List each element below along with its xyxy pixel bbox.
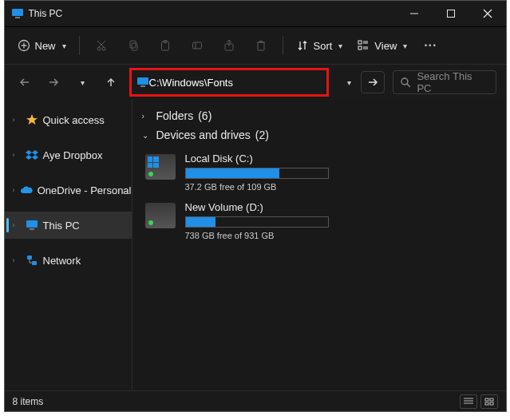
svg-rect-3	[447, 10, 454, 18]
svg-marker-37	[32, 155, 38, 160]
svg-marker-34	[26, 150, 32, 155]
search-placeholder: Search This PC	[417, 70, 488, 94]
drive-name: Local Disk (C:)	[185, 153, 346, 164]
dropbox-icon	[26, 149, 38, 161]
sidebar-label: OneDrive - Personal	[38, 184, 132, 196]
titlebar: This PC	[5, 1, 506, 26]
svg-rect-30	[140, 85, 145, 87]
svg-line-12	[99, 41, 105, 47]
sidebar-item-dropbox[interactable]: › Aye Dropbox	[5, 141, 132, 168]
share-button[interactable]	[215, 32, 243, 59]
svg-rect-1	[15, 17, 20, 18]
go-button[interactable]	[361, 71, 385, 93]
paste-button[interactable]	[152, 32, 179, 59]
new-button[interactable]: New ▾	[13, 32, 71, 59]
group-devices[interactable]: ⌄ Devices and drives (2)	[142, 129, 496, 141]
svg-line-11	[97, 41, 104, 47]
svg-rect-29	[137, 77, 148, 85]
svg-rect-38	[26, 220, 38, 228]
chevron-down-icon: ▾	[62, 42, 66, 50]
more-button[interactable]: ···	[417, 32, 444, 59]
svg-marker-35	[32, 150, 38, 155]
content-pane: › Folders (6) ⌄ Devices and drives (2) L…	[132, 100, 506, 390]
svg-rect-20	[258, 42, 264, 50]
forward-button[interactable]	[43, 72, 64, 93]
sidebar-item-onedrive[interactable]: › OneDrive - Personal	[5, 176, 132, 204]
minimize-button[interactable]	[396, 1, 433, 26]
tiles-view-button[interactable]	[480, 394, 498, 409]
drive-item[interactable]: New Volume (D:)738 GB free of 931 GB	[142, 196, 350, 245]
network-icon	[26, 254, 38, 267]
drive-icon	[145, 154, 176, 180]
svg-point-10	[102, 47, 105, 50]
sidebar-item-quick-access[interactable]: › Quick access	[5, 106, 132, 133]
chevron-right-icon: ›	[13, 116, 21, 124]
star-icon	[26, 113, 38, 126]
maximize-button[interactable]	[433, 1, 469, 26]
this-pc-icon	[26, 219, 38, 232]
sidebar-item-this-pc[interactable]: › This PC	[5, 212, 132, 239]
address-input[interactable]	[149, 77, 323, 89]
svg-marker-33	[26, 114, 38, 125]
this-pc-icon	[136, 76, 149, 89]
sort-button[interactable]: Sort ▾	[291, 32, 348, 59]
view-button[interactable]: View ▾	[352, 32, 412, 59]
sidebar-label: Network	[43, 255, 81, 267]
svg-rect-48	[490, 402, 493, 405]
group-count: (2)	[255, 129, 269, 141]
group-folders[interactable]: › Folders (6)	[142, 109, 496, 122]
status-bar: 8 items	[5, 390, 506, 411]
svg-rect-23	[358, 41, 362, 44]
delete-button[interactable]	[247, 32, 275, 59]
details-view-button[interactable]	[460, 394, 477, 409]
chevron-down-icon: ▾	[403, 42, 407, 50]
chevron-right-icon: ›	[13, 256, 21, 264]
drive-name: New Volume (D:)	[185, 201, 346, 213]
drive-icon	[145, 203, 176, 228]
address-bar[interactable]	[129, 68, 329, 97]
svg-rect-41	[32, 261, 37, 265]
window-title: This PC	[29, 8, 63, 19]
status-item-count: 8 items	[13, 396, 44, 407]
address-history-button[interactable]: ▾	[337, 71, 361, 93]
chevron-right-icon: ›	[13, 186, 15, 194]
svg-line-32	[406, 84, 409, 87]
svg-rect-14	[132, 43, 137, 50]
sidebar-label: This PC	[43, 220, 80, 232]
chevron-right-icon: ›	[13, 151, 21, 159]
drive-free-text: 738 GB free of 931 GB	[185, 231, 346, 240]
copy-button[interactable]	[120, 32, 147, 59]
new-label: New	[35, 40, 56, 52]
close-button[interactable]	[469, 1, 506, 26]
svg-rect-0	[12, 9, 23, 16]
this-pc-icon	[11, 7, 24, 20]
separator	[283, 36, 283, 55]
group-count: (6)	[198, 109, 212, 122]
svg-point-31	[401, 78, 407, 85]
svg-rect-17	[192, 42, 201, 49]
drive-usage-bar	[185, 168, 329, 179]
svg-rect-39	[30, 228, 34, 230]
recent-locations-button[interactable]: ▾	[72, 72, 93, 93]
drive-usage-bar	[185, 216, 329, 228]
search-icon	[400, 77, 411, 88]
svg-marker-36	[26, 155, 32, 160]
toolbar: New ▾ Sort ▾ View ▾	[5, 26, 506, 65]
group-label: Folders	[156, 109, 194, 122]
sidebar-item-network[interactable]: › Network	[5, 247, 132, 274]
sort-label: Sort	[314, 40, 333, 52]
sidebar-label: Aye Dropbox	[43, 149, 103, 161]
search-box[interactable]: Search This PC	[393, 70, 496, 94]
navigation-row: ▾ ▾ Search This PC	[5, 65, 506, 100]
view-label: View	[374, 40, 397, 52]
svg-rect-13	[130, 41, 136, 48]
svg-rect-45	[485, 398, 488, 401]
chevron-right-icon: ›	[142, 112, 152, 121]
up-button[interactable]	[101, 72, 121, 93]
back-button[interactable]	[14, 72, 35, 93]
drive-item[interactable]: Local Disk (C:)37.2 GB free of 109 GB	[142, 148, 350, 196]
navigation-pane: › Quick access › Aye Dropbox ›	[5, 100, 132, 390]
svg-rect-46	[490, 398, 493, 401]
rename-button[interactable]	[184, 32, 211, 59]
cut-button[interactable]	[88, 32, 115, 59]
